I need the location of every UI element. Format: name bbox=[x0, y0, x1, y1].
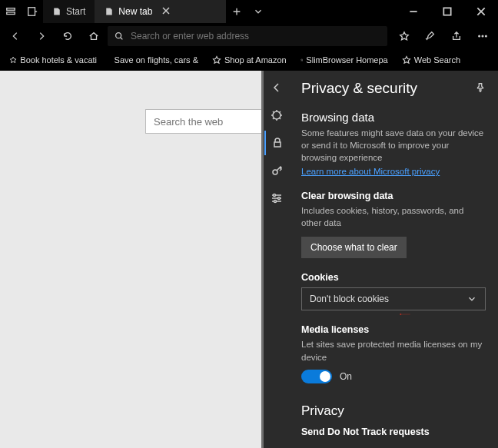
more-button[interactable] bbox=[470, 25, 495, 48]
svg-point-4 bbox=[116, 33, 121, 38]
clear-data-desc: Includes cookies, history, passwords, an… bbox=[301, 204, 486, 229]
favorite-link[interactable]: Save on flights, cars & bbox=[105, 55, 204, 65]
rail-privacy-button[interactable] bbox=[264, 131, 289, 155]
navbar bbox=[0, 23, 498, 49]
content-area: Privacy & security Browsing data Some fe… bbox=[0, 71, 498, 448]
star-icon bbox=[111, 55, 111, 65]
address-input[interactable] bbox=[131, 31, 381, 41]
refresh-button[interactable] bbox=[55, 25, 80, 48]
maximize-button[interactable] bbox=[430, 0, 464, 23]
share-button[interactable] bbox=[444, 25, 469, 48]
svg-rect-0 bbox=[7, 8, 15, 11]
new-tab-button[interactable] bbox=[226, 0, 247, 23]
close-tab-icon[interactable] bbox=[161, 6, 171, 18]
learn-more-link[interactable]: Learn more about Microsoft privacy bbox=[301, 167, 440, 176]
favorite-button[interactable] bbox=[392, 25, 417, 48]
settings-panel: Privacy & security Browsing data Some fe… bbox=[289, 71, 498, 448]
star-icon bbox=[300, 55, 304, 65]
dnt-title: Send Do Not Track requests bbox=[301, 426, 486, 437]
svg-rect-3 bbox=[443, 8, 450, 15]
star-icon bbox=[212, 55, 221, 65]
search-icon bbox=[114, 31, 124, 41]
media-title: Media licenses bbox=[301, 324, 486, 335]
clear-data-title: Clear browsing data bbox=[301, 191, 486, 201]
svg-point-11 bbox=[273, 194, 275, 197]
set-aside-icon[interactable] bbox=[22, 0, 43, 23]
cookies-value: Don't block cookies bbox=[310, 294, 389, 304]
chevron-down-icon bbox=[466, 294, 477, 304]
svg-point-7 bbox=[486, 35, 487, 37]
pin-button[interactable] bbox=[475, 82, 486, 95]
media-toggle[interactable] bbox=[301, 370, 332, 383]
choose-what-to-clear-button[interactable]: Choose what to clear bbox=[301, 237, 407, 258]
titlebar: Start New tab bbox=[0, 0, 498, 23]
tab-new[interactable]: New tab bbox=[95, 0, 226, 23]
favorite-link[interactable]: Shop at Amazon bbox=[206, 55, 293, 65]
tab-chevron-icon[interactable] bbox=[247, 0, 269, 23]
forward-button[interactable] bbox=[29, 25, 54, 48]
toggle-label: On bbox=[340, 371, 352, 382]
favorites-bar: Book hotels & vacati Save on flights, ca… bbox=[0, 49, 498, 71]
favorite-link[interactable]: Book hotels & vacati bbox=[3, 55, 103, 65]
star-icon bbox=[9, 55, 17, 65]
settings-rail bbox=[261, 71, 289, 448]
page-icon bbox=[52, 7, 61, 16]
favorite-link[interactable]: SlimBrowser Homepa bbox=[294, 55, 394, 65]
minimize-button[interactable] bbox=[397, 0, 430, 23]
svg-rect-1 bbox=[7, 12, 15, 15]
tab-list-icon[interactable] bbox=[0, 0, 22, 23]
svg-point-6 bbox=[482, 35, 483, 37]
close-window-button[interactable] bbox=[464, 0, 498, 23]
address-bar[interactable] bbox=[108, 26, 387, 46]
rail-advanced-button[interactable] bbox=[264, 186, 289, 211]
rail-passwords-button[interactable] bbox=[264, 158, 289, 183]
tab-label: New tab bbox=[118, 6, 152, 17]
svg-point-12 bbox=[277, 197, 280, 200]
svg-point-5 bbox=[479, 35, 480, 37]
rail-general-button[interactable] bbox=[264, 103, 289, 128]
cookies-title: Cookies bbox=[301, 272, 486, 283]
svg-rect-9 bbox=[274, 142, 281, 147]
back-button[interactable] bbox=[3, 25, 28, 48]
media-desc: Let sites save protected media licenses … bbox=[301, 338, 486, 363]
svg-rect-2 bbox=[28, 8, 35, 16]
page-icon bbox=[105, 7, 114, 16]
notes-button[interactable] bbox=[418, 25, 443, 48]
tab-label: Start bbox=[66, 6, 85, 17]
window-controls bbox=[397, 0, 498, 23]
settings-panel-container: Privacy & security Browsing data Some fe… bbox=[261, 71, 498, 448]
panel-title: Privacy & security bbox=[301, 80, 417, 97]
rail-back-button[interactable] bbox=[264, 75, 289, 100]
star-icon bbox=[402, 55, 411, 65]
browsing-data-title: Browsing data bbox=[301, 111, 486, 124]
browsing-data-desc: Some features might save data on your de… bbox=[301, 127, 486, 164]
cookies-select[interactable]: Don't block cookies bbox=[301, 287, 486, 310]
privacy-heading: Privacy bbox=[301, 403, 486, 419]
home-button[interactable] bbox=[81, 25, 106, 48]
favorite-link[interactable]: Web Search bbox=[396, 55, 466, 65]
tab-start[interactable]: Start bbox=[43, 0, 95, 23]
svg-point-13 bbox=[274, 201, 276, 203]
